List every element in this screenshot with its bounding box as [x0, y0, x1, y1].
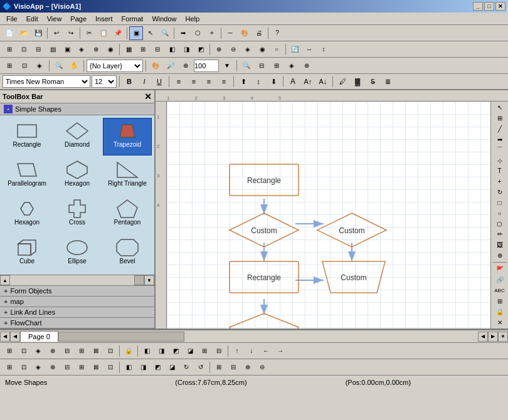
- justify-button[interactable]: ≡: [217, 75, 231, 88]
- menu-help[interactable]: Help: [182, 14, 204, 24]
- rt-line-btn[interactable]: ╱: [493, 124, 507, 134]
- page-first-btn[interactable]: ◀: [10, 332, 20, 342]
- bt-btn10[interactable]: ◧: [140, 344, 154, 358]
- bt2-btn10[interactable]: ◨: [136, 360, 150, 374]
- menu-format[interactable]: Format: [118, 14, 147, 24]
- bt-btn12[interactable]: ◩: [169, 344, 183, 358]
- rt-x-btn[interactable]: ✕: [493, 317, 507, 327]
- help-button[interactable]: ?: [270, 26, 284, 40]
- menu-edit[interactable]: Edit: [23, 14, 42, 24]
- list-button[interactable]: ≣: [381, 75, 394, 88]
- select-button[interactable]: ▣: [129, 26, 143, 40]
- shape-right-triangle[interactable]: Right Triangle: [103, 157, 152, 194]
- tb2-btn18[interactable]: ◉: [255, 43, 269, 56]
- bt-btn1[interactable]: ⊞: [3, 344, 16, 358]
- valign-bot-button[interactable]: ⬇: [267, 75, 280, 88]
- rt-pointer-btn[interactable]: ↖: [493, 103, 507, 113]
- tb2-btn15[interactable]: ⊕: [212, 43, 226, 56]
- copy-button[interactable]: 📋: [97, 26, 110, 40]
- rt-shape-btn[interactable]: □: [493, 198, 507, 208]
- shape-hexagon2[interactable]: Hexagon: [3, 196, 51, 233]
- bt-btn13[interactable]: ◪: [183, 344, 197, 358]
- bt2-btn1[interactable]: ⊞: [3, 360, 16, 374]
- new-button[interactable]: 📄: [3, 26, 16, 40]
- shape-pentagon[interactable]: Pentagon: [103, 196, 152, 233]
- bt2-btn8[interactable]: ⊡: [103, 360, 117, 374]
- tb2-btn9[interactable]: ▦: [122, 43, 135, 56]
- print-button[interactable]: 🖨: [252, 26, 266, 40]
- bt-btn19[interactable]: →: [273, 344, 287, 358]
- bt-btn8[interactable]: ⊡: [103, 344, 117, 358]
- increase-size-button[interactable]: A↑: [301, 75, 315, 88]
- zoom-out-button[interactable]: 🔎: [164, 59, 177, 73]
- italic-button[interactable]: I: [137, 75, 151, 88]
- shape-trapezoid[interactable]: Trapezoid: [103, 118, 152, 155]
- insert-button[interactable]: +: [205, 26, 219, 40]
- shape-cross[interactable]: Cross: [53, 196, 102, 233]
- rt-select-btn[interactable]: ⊞: [493, 113, 507, 123]
- underline-button[interactable]: U: [152, 75, 166, 88]
- rt-flag-btn[interactable]: 🚩: [493, 265, 507, 275]
- bt-btn2[interactable]: ⊡: [17, 344, 31, 358]
- tb2-btn4[interactable]: ▤: [46, 43, 60, 56]
- toolbox-close-icon[interactable]: ✕: [144, 92, 152, 102]
- form-objects-section[interactable]: + Form Objects: [0, 286, 154, 297]
- bt2-btn17[interactable]: ⊕: [241, 360, 255, 374]
- rt-image-btn[interactable]: 🖼: [493, 240, 507, 250]
- menu-page[interactable]: Page: [66, 14, 90, 24]
- shape-cube[interactable]: Cube: [3, 234, 51, 272]
- font-color-button[interactable]: A: [286, 75, 300, 88]
- bt-btn4[interactable]: ⊕: [46, 344, 60, 358]
- flowchart-section[interactable]: + FlowChart: [0, 318, 154, 328]
- tb3-btn5[interactable]: ✋: [67, 59, 81, 73]
- tb2-btn6[interactable]: ◈: [75, 43, 88, 56]
- tb3-btn11[interactable]: ◈: [285, 59, 299, 73]
- rt-connector-btn[interactable]: ⊹: [493, 155, 507, 165]
- bt2-btn9[interactable]: ◧: [122, 360, 135, 374]
- menu-file[interactable]: File: [3, 14, 21, 24]
- tb2-btn17[interactable]: ◈: [241, 43, 255, 56]
- bt-btn9[interactable]: 🔒: [122, 344, 135, 358]
- zoom-in-button[interactable]: 🔍: [158, 26, 172, 40]
- bt2-btn18[interactable]: ⊖: [255, 360, 269, 374]
- bt2-btn12[interactable]: ◪: [165, 360, 179, 374]
- undo-button[interactable]: ↩: [50, 26, 63, 40]
- font-size-select[interactable]: 12: [92, 75, 117, 88]
- decrease-size-button[interactable]: A↓: [316, 75, 330, 88]
- bold-button[interactable]: B: [122, 75, 136, 88]
- simple-shapes-header[interactable]: + Simple Shapes: [0, 103, 154, 115]
- tb3-btn8[interactable]: 🔍: [240, 59, 253, 73]
- rt-lock-btn[interactable]: 🔒: [493, 307, 507, 317]
- tb2-btn1[interactable]: ⊞: [3, 43, 16, 56]
- rt-link-btn[interactable]: 🔗: [493, 275, 507, 285]
- tb2-btn14[interactable]: ◩: [194, 43, 208, 56]
- bt2-btn6[interactable]: ⊞: [75, 360, 88, 374]
- fill-button[interactable]: 🎨: [238, 26, 251, 40]
- cut-button[interactable]: ✂: [82, 26, 96, 40]
- bt-btn15[interactable]: ⊟: [212, 344, 226, 358]
- shape-rectangle[interactable]: Rectangle: [3, 118, 51, 155]
- layer-select[interactable]: {No Layer}: [87, 60, 143, 72]
- page-prev-btn[interactable]: ◀: [0, 332, 10, 342]
- tb2-btn10[interactable]: ⊞: [136, 43, 150, 56]
- tb2-btn16[interactable]: ⊖: [226, 43, 240, 56]
- bt2-btn7[interactable]: ⊠: [89, 360, 103, 374]
- text-fill-button[interactable]: ▓: [351, 75, 364, 88]
- bt-btn18[interactable]: ←: [259, 344, 273, 358]
- shapes-scroll-down[interactable]: ▼: [144, 275, 154, 285]
- tb2-btn8[interactable]: ◉: [103, 43, 117, 56]
- tb2-btn13[interactable]: ◨: [179, 43, 193, 56]
- bt2-btn4[interactable]: ⊕: [46, 360, 60, 374]
- tb3-btn9[interactable]: ⊟: [255, 59, 268, 73]
- shape-ellipse[interactable]: Ellipse: [53, 234, 102, 272]
- bt2-btn16[interactable]: ⊟: [226, 360, 240, 374]
- bt2-btn5[interactable]: ⊟: [60, 360, 74, 374]
- valign-top-button[interactable]: ⬆: [236, 75, 250, 88]
- line-button[interactable]: ─: [223, 26, 237, 40]
- shape-parallelogram[interactable]: Parallelogram: [3, 157, 51, 194]
- tb3-btn1[interactable]: ⊞: [3, 59, 16, 73]
- bt-btn14[interactable]: ⊞: [198, 344, 211, 358]
- tb3-btn12[interactable]: ⊕: [300, 59, 314, 73]
- bt2-btn14[interactable]: ↺: [194, 360, 208, 374]
- tb3-btn7[interactable]: ▼: [220, 59, 234, 73]
